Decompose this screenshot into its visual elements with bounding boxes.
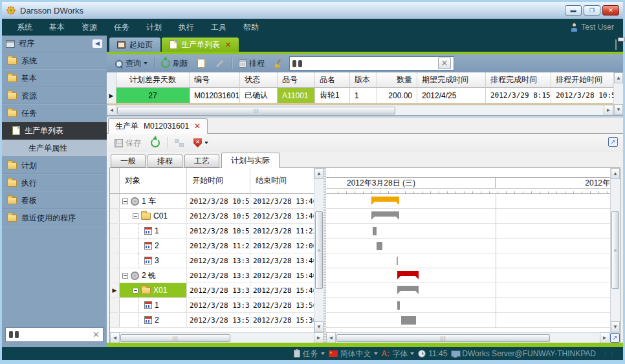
col-sched-finish[interactable]: 排程完成时间 [486, 72, 551, 88]
scroll-up-arrow[interactable]: ▲ [614, 72, 623, 83]
clean-button[interactable] [271, 58, 285, 69]
order-tab[interactable]: 生产单 M012031601 ✕ [108, 118, 208, 134]
sidebar-item-basic[interactable]: 基本 [2, 70, 107, 87]
grid-data-row[interactable]: ▶ 27 M012031601 已确认 A11001 齿轮1 1 200.00 … [107, 88, 613, 103]
col-expected-finish[interactable]: 期望完成时间 [417, 72, 486, 88]
scroll-thumb[interactable]: ||| [336, 334, 550, 342]
scroll-down-arrow[interactable]: ▼ [614, 104, 623, 115]
menu-basic[interactable]: 基本 [41, 22, 73, 33]
new-button[interactable] [195, 58, 208, 69]
status-font-selector[interactable]: A: 字体 [382, 348, 415, 359]
list-search-input[interactable] [305, 59, 435, 69]
menu-resource[interactable]: 资源 [73, 22, 105, 33]
gantt-bar[interactable] [397, 271, 419, 276]
tree-vertical-scrollbar[interactable]: ▲ ≡ ▼ [314, 168, 323, 332]
tree-row-task[interactable]: 3 2012/3/28 13:30 2012/3/28 13:40 [110, 253, 314, 268]
col-start-time[interactable]: 开始时间 [187, 168, 250, 193]
scroll-up-arrow[interactable]: ▲ [611, 168, 620, 179]
subtab-plan-vs-actual[interactable]: 计划与实际 [221, 153, 280, 168]
status-language-selector[interactable]: 简体中文 [329, 348, 378, 359]
tree-horizontal-scrollbar[interactable]: ◄ ||| ► [110, 332, 323, 343]
col-item-name[interactable]: 品名 [315, 72, 350, 88]
order-refresh-button[interactable] [148, 137, 162, 149]
query-button[interactable]: 查询 [112, 57, 150, 70]
sidebar-search-clear-icon[interactable]: ✕ [93, 330, 100, 339]
gantt-bar[interactable] [373, 227, 377, 235]
gantt-plot[interactable]: 2012年3月28日 (三) 2012年 [326, 168, 610, 332]
col-status[interactable]: 状态 [240, 72, 278, 88]
menu-task[interactable]: 任务 [105, 22, 138, 33]
save-button[interactable]: 保存 [112, 136, 144, 150]
sidebar-item-resource[interactable]: 资源 [2, 87, 107, 105]
menu-tools[interactable]: 工具 [203, 22, 235, 33]
scroll-thumb[interactable]: ≡ [611, 211, 619, 289]
collapse-icon[interactable] [122, 273, 128, 279]
sidebar-collapse-button[interactable]: ◀ [92, 39, 103, 48]
scroll-down-arrow[interactable]: ▼ [314, 321, 323, 332]
subtab-general[interactable]: 一般 [111, 155, 146, 167]
tab-close-icon[interactable]: ✕ [225, 41, 231, 49]
col-qty[interactable]: 数量 [377, 72, 417, 88]
tree-row-task[interactable]: 1 2012/3/28 13:30 2012/3/28 13:50 [110, 298, 314, 313]
list-search-clear-icon[interactable]: ✕ [438, 58, 451, 69]
tree-row-task[interactable]: 1 2012/3/28 10:52 2012/3/28 11:22 [110, 224, 314, 239]
resize-grip[interactable]: ⋮⋮ [602, 350, 615, 357]
col-version[interactable]: 版本 [350, 72, 377, 88]
refresh-button[interactable]: 刷新 [159, 57, 191, 70]
scroll-right-arrow[interactable]: ► [314, 332, 323, 343]
sidebar-search-input[interactable] [19, 330, 93, 339]
validate-button[interactable]: ✕ [191, 137, 211, 149]
schedule-button[interactable]: 排程 [236, 57, 267, 70]
tree-row-machine-group[interactable]: 2 铣 2012/3/28 13:30 2012/3/28 15:40 [110, 268, 314, 283]
tree-row-task[interactable]: 2 2012/3/28 11:22 2012/3/28 12:00 [110, 239, 314, 253]
tree-row-machine-selected[interactable]: ▶ X01 2012/3/28 13:30 2012/3/28 15:40 [110, 283, 314, 298]
gantt-vertical-scrollbar[interactable]: ▲ ≡ ▼ [610, 168, 620, 332]
list-search-box[interactable]: ✕ [289, 56, 454, 70]
scroll-thumb[interactable]: ||| [120, 334, 230, 342]
sidebar-item-plan[interactable]: 计划 [2, 157, 107, 175]
col-plan-diff-days[interactable]: 计划差异天数 [116, 72, 190, 88]
collapse-icon[interactable] [122, 198, 128, 204]
printer-icon[interactable] [615, 39, 617, 50]
sidebar-search-box[interactable]: ✕ [5, 327, 104, 342]
flow-button[interactable] [172, 138, 186, 148]
sidebar-item-execute[interactable]: 执行 [2, 175, 107, 192]
scroll-left-arrow[interactable]: ◄ [326, 332, 336, 343]
sidebar-item-system[interactable]: 系统 [2, 52, 107, 70]
col-sched-start[interactable]: 排程开始时间 [551, 72, 613, 88]
sidebar-item-production-order-list[interactable]: 生产单列表 [2, 122, 107, 140]
menu-execute[interactable]: 执行 [170, 22, 203, 33]
gantt-bar[interactable] [371, 211, 399, 217]
gantt-bar[interactable] [397, 301, 400, 310]
edit-button[interactable] [212, 61, 228, 66]
tab-start-page[interactable]: 起始页 [109, 37, 160, 52]
col-code[interactable]: 编号 [190, 72, 240, 88]
current-user[interactable]: Test User [571, 23, 617, 32]
minimize-button[interactable]: ▬ [565, 5, 582, 16]
sidebar-item-task[interactable]: 任务 [2, 105, 107, 122]
status-task-selector[interactable]: 任务 [294, 348, 325, 359]
tree-row-task[interactable]: 2 2012/3/28 13:50 2012/3/28 15:30 [110, 313, 314, 328]
scroll-left-arrow[interactable]: ◄ [107, 105, 116, 115]
sidebar-item-production-order-props[interactable]: 生产单属性 [2, 140, 107, 157]
scroll-right-arrow[interactable]: ► [600, 332, 609, 343]
sidebar-item-kanban[interactable]: 看板 [2, 192, 107, 209]
gantt-popout-icon[interactable] [610, 333, 620, 343]
gantt-bar[interactable] [397, 257, 398, 265]
subtab-process[interactable]: 工艺 [184, 155, 219, 167]
gantt-bar[interactable] [401, 316, 416, 325]
close-button[interactable]: ✕ [602, 5, 619, 16]
menu-help[interactable]: 帮助 [235, 22, 267, 33]
collapse-icon[interactable] [133, 288, 138, 294]
scroll-left-arrow[interactable]: ◄ [110, 332, 120, 343]
popout-icon[interactable] [608, 137, 618, 147]
gantt-bar[interactable] [377, 242, 382, 250]
tree-row-machine[interactable]: C01 2012/3/28 10:52 2012/3/28 13:40 [110, 209, 314, 224]
gantt-bar[interactable] [397, 286, 419, 291]
tab-production-order-list[interactable]: 生产单列表 ✕ [162, 37, 239, 52]
title-bar[interactable]: Darsson DWorks ▬ ❐ ✕ [2, 2, 623, 19]
scroll-up-arrow[interactable]: ▲ [314, 168, 323, 179]
collapse-icon[interactable] [133, 213, 138, 219]
col-end-time[interactable]: 结束时间 [250, 168, 314, 193]
status-server[interactable]: DWorks Server@FUNWAY-THINKPAD [451, 349, 596, 358]
